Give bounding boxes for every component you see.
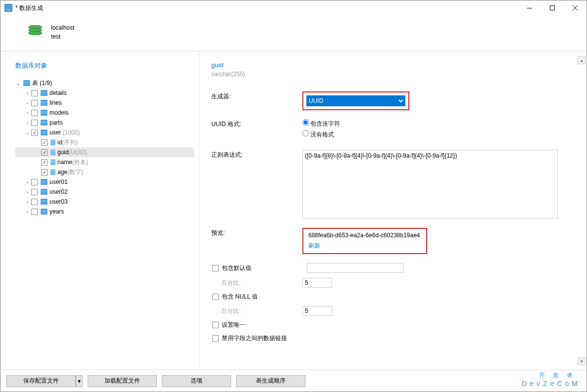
chevron-right-icon[interactable]: ›: [24, 120, 30, 126]
column-icon: [50, 169, 55, 175]
table-icon: [41, 189, 48, 195]
checkbox[interactable]: [31, 100, 38, 106]
chevron-right-icon[interactable]: ›: [24, 90, 30, 96]
column-icon: [50, 139, 55, 145]
column-name: guid: [57, 149, 69, 156]
tree-table-user03[interactable]: ›user03: [15, 197, 194, 207]
tree-column-age[interactable]: ✓age (数字): [15, 167, 194, 177]
checkbox[interactable]: [31, 120, 38, 126]
chevron-right-icon[interactable]: ›: [24, 100, 30, 106]
chevron-right-icon[interactable]: ›: [24, 110, 30, 116]
table-order-button[interactable]: 表生成顺序: [236, 375, 305, 387]
checkbox[interactable]: ✓: [41, 169, 48, 175]
load-config-button[interactable]: 加载配置文件: [88, 375, 157, 387]
tree-table-years[interactable]: ›years: [15, 207, 194, 217]
refresh-link[interactable]: 刷新: [308, 242, 320, 250]
checkbox[interactable]: [31, 209, 38, 215]
svg-rect-0: [527, 8, 532, 8]
percent-null-input[interactable]: [302, 306, 332, 316]
default-value-input[interactable]: [307, 263, 404, 273]
percent-default-input[interactable]: [302, 278, 332, 288]
window-controls: [518, 0, 587, 15]
checkbox[interactable]: [31, 90, 38, 96]
column-name: name: [57, 159, 72, 166]
table-name: user: [49, 129, 61, 136]
table-icon: [41, 120, 48, 126]
preview-label: 预览:: [211, 228, 302, 237]
tree-column-name[interactable]: ✓name (姓名): [15, 157, 194, 167]
chevron-right-icon[interactable]: ›: [24, 179, 30, 185]
table-name: details: [49, 89, 67, 96]
checkbox[interactable]: [31, 199, 38, 205]
scroll-down-icon[interactable]: ▾: [578, 357, 586, 365]
checkbox[interactable]: [31, 189, 38, 195]
connection-schema: test: [51, 32, 74, 41]
include-default-checkbox[interactable]: [212, 265, 219, 271]
tables-label: 表 (1/9): [32, 79, 52, 87]
unique-row: 设置唯一: [211, 321, 582, 329]
generator-label: 生成器:: [211, 91, 302, 101]
table-icon: [41, 100, 48, 106]
checkbox[interactable]: ✓: [31, 130, 38, 136]
percent-default-label: 百分比:: [211, 278, 302, 287]
table-icon: [41, 179, 48, 185]
preview-value: 688fea6b-d653-ea2a-6e6d-c60238b19ae4: [308, 232, 420, 239]
include-null-checkbox[interactable]: [212, 294, 219, 300]
tree-table-user02[interactable]: ›user02: [15, 187, 194, 197]
tree-table-details[interactable]: ›details: [15, 88, 194, 98]
table-name: user02: [49, 188, 68, 195]
scroll-up-icon[interactable]: ▴: [578, 56, 586, 64]
save-config-button[interactable]: 保存配置文件: [6, 375, 76, 387]
disable-link-checkbox[interactable]: [212, 335, 219, 342]
checkbox[interactable]: [31, 110, 38, 116]
maximize-button[interactable]: [541, 0, 564, 15]
chevron-right-icon[interactable]: ›: [24, 199, 30, 205]
right-panel: guid varchar(255) 生成器: UUID UUID 格式: 包含连…: [199, 51, 587, 370]
connection-header: localhost test: [0, 15, 587, 51]
tree-column-id[interactable]: ✓id (序列): [15, 137, 194, 147]
left-panel: 数据库对象 ⌄ 表 (1/9) ›details›lines›models›pa…: [0, 51, 199, 370]
scrollbar[interactable]: ▴ ▾: [578, 56, 586, 365]
unique-checkbox[interactable]: [212, 322, 219, 328]
object-tree: ⌄ 表 (1/9) ›details›lines›models›parts ⌄ …: [15, 78, 194, 217]
database-icon: [28, 25, 44, 39]
table-icon: [23, 80, 30, 86]
chevron-down-icon[interactable]: ⌄: [15, 81, 21, 86]
checkbox[interactable]: ✓: [41, 139, 48, 146]
options-button[interactable]: 选项: [162, 375, 231, 387]
tree-table-models[interactable]: ›models: [15, 108, 194, 118]
minimize-button[interactable]: [518, 0, 541, 15]
column-icon: [50, 159, 55, 165]
window-title: * 数据生成: [15, 4, 43, 12]
chevron-right-icon[interactable]: ›: [24, 189, 30, 195]
radio-no-format[interactable]: 没有格式: [302, 130, 340, 139]
preview-highlight: 688fea6b-d653-ea2a-6e6d-c60238b19ae4 刷新: [302, 228, 427, 254]
tree-table-user[interactable]: ⌄ ✓ user (1000): [15, 128, 194, 137]
checkbox[interactable]: ✓: [41, 149, 48, 156]
regex-label: 正则表达式:: [211, 150, 302, 159]
save-config-dropdown[interactable]: ▾: [76, 375, 83, 387]
tree-tables-root[interactable]: ⌄ 表 (1/9): [15, 78, 194, 88]
table-name: user01: [49, 178, 68, 185]
close-button[interactable]: [564, 0, 587, 15]
tree-column-guid[interactable]: ✓guid (UUID): [15, 147, 194, 157]
table-name: user03: [49, 198, 68, 205]
chevron-down-icon[interactable]: ⌄: [24, 130, 30, 135]
include-null-label: 包含 NULL 值: [222, 293, 258, 301]
checkbox[interactable]: [31, 179, 38, 185]
include-default-label: 包含默认值: [222, 264, 251, 272]
field-name: guid: [211, 61, 582, 69]
titlebar: * 数据生成: [0, 0, 587, 15]
tree-table-user01[interactable]: ›user01: [15, 177, 194, 187]
generator-select[interactable]: UUID: [306, 95, 405, 106]
regex-textarea[interactable]: ([0-9a-f]{8}\-[0-9a-f]{4}\-[0-9a-f]{4}\-…: [302, 150, 558, 219]
column-hint: (UUID): [69, 149, 87, 156]
tree-table-parts[interactable]: ›parts: [15, 118, 194, 128]
tree-table-lines[interactable]: ›lines: [15, 98, 194, 108]
checkbox[interactable]: ✓: [41, 159, 48, 166]
app-icon: [4, 4, 12, 12]
chevron-right-icon[interactable]: ›: [24, 209, 30, 215]
radio-with-hyphen[interactable]: 包含连字符: [302, 119, 340, 128]
table-icon: [41, 90, 48, 96]
footer-toolbar: 保存配置文件 ▾ 加载配置文件 选项 表生成顺序: [0, 370, 587, 392]
